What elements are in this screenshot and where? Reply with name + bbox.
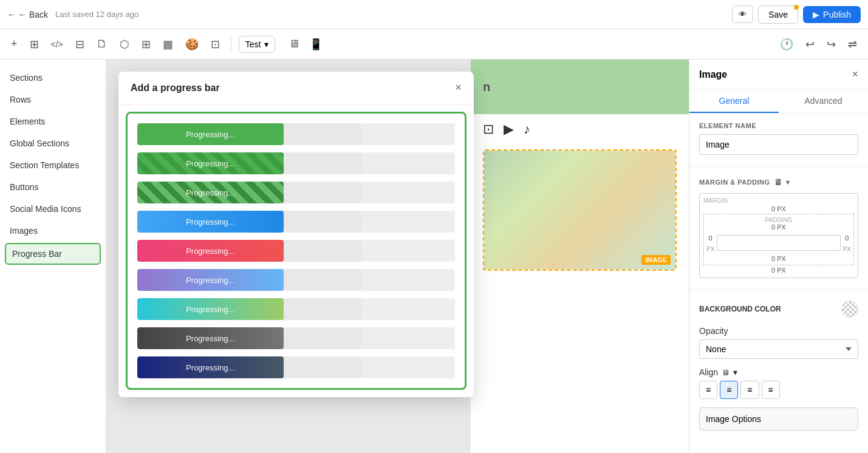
padding-label: PADDING xyxy=(765,217,793,223)
pb-container-6: Progressing... xyxy=(137,298,362,320)
saved-text: Last saved 12 days ago xyxy=(55,10,725,19)
sidebar-item-sections[interactable]: Sections xyxy=(0,67,106,89)
progress-bar-item-7[interactable]: Progressing... xyxy=(137,327,455,349)
pb-label-6: Progressing... xyxy=(186,305,234,314)
sidebar-item-global-sections[interactable]: Global Sections xyxy=(0,132,106,154)
align-buttons: ≡ ≡ ≡ ≡ xyxy=(699,381,858,399)
page-canvas: n ⊡ ▶ ♪ IMAGE xyxy=(471,60,689,453)
modal-area: n ⊡ ▶ ♪ IMAGE Add a progress bar × xyxy=(106,60,689,453)
pb-track-4 xyxy=(362,240,455,262)
pb-container-5: Progressing... xyxy=(137,269,362,291)
layers-button[interactable]: ⊞ xyxy=(26,34,43,55)
progress-bar-item-5[interactable]: Progressing... xyxy=(137,269,455,291)
sidebar-item-section-templates[interactable]: Section Templates xyxy=(0,154,106,176)
test-label: Test xyxy=(245,39,261,49)
align-justify-button[interactable]: ≡ xyxy=(762,381,780,399)
modal-close-button[interactable]: × xyxy=(455,81,462,94)
desktop-icon: 🖥 xyxy=(289,38,299,50)
unsaved-dot xyxy=(794,5,799,10)
redo-button[interactable]: ↪ xyxy=(823,34,839,55)
code-icon: </> xyxy=(51,39,63,49)
code-button[interactable]: </> xyxy=(47,36,67,53)
modal-title: Add a progress bar xyxy=(131,83,220,94)
pb-track-1 xyxy=(362,152,455,174)
tab-advanced[interactable]: Advanced xyxy=(779,90,868,113)
pb-track-8 xyxy=(362,356,455,378)
tab-general[interactable]: General xyxy=(689,90,779,113)
templates-button[interactable]: 🍪 xyxy=(182,34,202,55)
bg-color-picker[interactable] xyxy=(841,301,858,318)
test-dropdown[interactable]: Test ▾ xyxy=(239,36,276,53)
sidebar-item-elements[interactable]: Elements xyxy=(0,111,106,132)
elements-button[interactable]: ⊟ xyxy=(72,34,88,55)
sidebar: Sections Rows Elements Global Sections S… xyxy=(0,60,106,453)
tablet-button[interactable]: 📱 xyxy=(306,34,326,55)
align-left-button[interactable]: ≡ xyxy=(699,381,717,399)
history-icon: 🕐 xyxy=(780,38,793,50)
align-center-button[interactable]: ≡ xyxy=(720,381,738,399)
back-button[interactable]: ← ← Back xyxy=(7,10,48,19)
element-name-input[interactable] xyxy=(699,134,858,155)
divider-2 xyxy=(689,289,868,290)
pb-label-5: Progressing... xyxy=(186,276,234,285)
undo-button[interactable]: ↩ xyxy=(802,34,818,55)
settings-button[interactable]: ⇌ xyxy=(844,34,861,55)
progress-bar-item-0[interactable]: Progressing... xyxy=(137,123,455,145)
element-name-section: Element name xyxy=(689,114,868,163)
sidebar-item-rows[interactable]: Rows xyxy=(0,89,106,111)
sidebar-item-buttons[interactable]: Buttons xyxy=(0,176,106,198)
progress-bar-item-3[interactable]: Progressing... xyxy=(137,211,455,233)
canvas-image-bg xyxy=(484,151,675,270)
add-button[interactable]: + xyxy=(7,34,21,54)
pb-track-0 xyxy=(362,123,455,145)
progress-bar-item-8[interactable]: Progressing... xyxy=(137,356,455,378)
sidebar-item-social-media-icons[interactable]: Social Media Icons xyxy=(0,198,106,220)
pb-label-1: Progressing... xyxy=(186,159,234,168)
toolbar-divider xyxy=(231,36,231,53)
align-right-button[interactable]: ≡ xyxy=(740,381,759,399)
padding-left-val: 0 xyxy=(709,234,713,242)
pb-bar-1: Progressing... xyxy=(137,152,284,174)
image-options-button[interactable]: Image Options xyxy=(699,407,858,431)
desktop-button[interactable]: 🖥 xyxy=(285,34,303,55)
align-center-icon: ≡ xyxy=(726,385,731,395)
right-panel-close-button[interactable]: × xyxy=(852,68,858,81)
canvas-image-label: IMAGE xyxy=(641,255,671,265)
toolbar: + ⊞ </> ⊟ 🗋 ⬡ ⊞ ▦ 🍪 ⊡ Test ▾ 🖥 📱 🕐 ↩ ↪ ⇌ xyxy=(0,29,868,60)
opacity-select[interactable]: None xyxy=(699,339,858,359)
align-label: Align 🖥 ▾ xyxy=(699,367,858,377)
margin-padding-section: Margin & Padding 🖥 ▾ MARGIN 0 PX PADDING… xyxy=(689,169,868,287)
save-label: Save xyxy=(768,10,788,19)
progress-bar-item-4[interactable]: Progressing... xyxy=(137,240,455,262)
top-header: ← ← Back Last saved 12 days ago 👁 Save ▶… xyxy=(0,0,868,29)
back-label: ← Back xyxy=(18,10,48,19)
save-button[interactable]: Save xyxy=(758,5,798,24)
sidebar-item-progress-bar[interactable]: Progress Bar xyxy=(5,243,101,265)
publish-icon: ▶ xyxy=(813,10,819,19)
media-button[interactable]: ⬡ xyxy=(116,34,133,55)
progress-bar-item-1[interactable]: Progressing... xyxy=(137,152,455,174)
padding-side-row: 0 PX 0 PX xyxy=(706,232,851,254)
opacity-label: Opacity xyxy=(699,326,858,336)
canvas-icons-row: ⊡ ▶ ♪ xyxy=(471,114,689,145)
progress-bar-item-2[interactable]: Progressing... xyxy=(137,182,455,203)
margin-label: MARGIN xyxy=(703,197,854,204)
inner-center-box xyxy=(717,235,840,251)
sections-button[interactable]: ▦ xyxy=(159,34,177,55)
header-right: 👁 Save ▶ Publish xyxy=(732,5,861,24)
sidebar-toggle-button[interactable]: ⊡ xyxy=(207,34,224,55)
pages-button[interactable]: 🗋 xyxy=(93,34,111,54)
progress-bar-item-6[interactable]: Progressing... xyxy=(137,298,455,320)
chevron-align-icon: ▾ xyxy=(733,367,737,377)
history-button[interactable]: 🕐 xyxy=(776,34,797,55)
preview-button[interactable]: 👁 xyxy=(732,5,753,23)
publish-button[interactable]: ▶ Publish xyxy=(803,6,861,23)
divider-1 xyxy=(689,166,868,166)
undo-icon: ↩ xyxy=(805,38,815,50)
redo-icon: ↪ xyxy=(827,38,836,50)
pb-bar-0: Progressing... xyxy=(137,123,284,145)
sidebar-item-images[interactable]: Images xyxy=(0,220,106,242)
blocks-button[interactable]: ⊞ xyxy=(138,34,154,55)
eye-icon: 👁 xyxy=(739,10,747,19)
padding-right-val: 0 xyxy=(845,234,849,242)
